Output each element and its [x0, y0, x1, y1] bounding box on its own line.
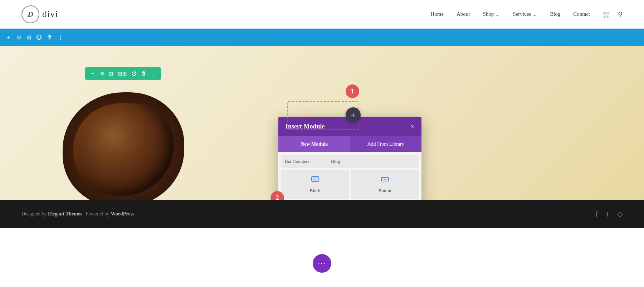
- settings-toolbar-btn[interactable]: ⚙: [16, 34, 21, 41]
- chevron-down-icon: ⌄: [495, 11, 500, 18]
- nav-contact[interactable]: Contact: [573, 11, 590, 17]
- step-badge-1: 1: [346, 84, 359, 98]
- elegant-themes-link[interactable]: Elegant Themes: [48, 211, 82, 217]
- nav-services[interactable]: Services ⌄: [513, 11, 537, 18]
- footer-social-icons: f t ◇: [596, 210, 623, 218]
- footer-prefix: Designed by: [21, 211, 48, 217]
- blurb-icon: [311, 176, 319, 185]
- dialog-close-button[interactable]: ×: [410, 122, 414, 131]
- cart-icon[interactable]: 🛒: [603, 10, 611, 18]
- site-footer: Designed by Elegant Themes | Powered by …: [0, 200, 644, 228]
- blog-label: Blog: [331, 159, 340, 164]
- row-layout-btn[interactable]: ⊞: [109, 70, 113, 77]
- button-label: Button: [379, 188, 391, 194]
- row-add-btn[interactable]: ＋: [90, 70, 96, 77]
- main-content-area: ＋ ⚙ ⊞ ⊞⊞ ⏻ 🗑 ⋮ 1 ＋ 2 ◀ Insert Module × N…: [0, 46, 644, 200]
- nav-icons: 🛒 ⚲: [603, 10, 623, 18]
- logo-text: divi: [42, 9, 58, 20]
- dialog-tabs: New Module Add From Library: [278, 136, 421, 152]
- tab-new-module[interactable]: New Module: [278, 136, 350, 152]
- logo-icon: D: [21, 5, 39, 23]
- delete-toolbar-btn[interactable]: 🗑: [47, 34, 53, 40]
- nav-about[interactable]: About: [457, 11, 470, 17]
- blurb-label: Blurb: [310, 188, 321, 194]
- facebook-icon[interactable]: f: [596, 210, 598, 218]
- dots-icon: ···: [318, 259, 326, 268]
- tab-add-from-library[interactable]: Add From Library: [350, 136, 421, 152]
- button-icon: [381, 176, 389, 185]
- layout-toolbar-btn[interactable]: ⊞: [26, 34, 31, 41]
- bottom-dots-button[interactable]: ···: [313, 254, 331, 273]
- instagram-icon[interactable]: ◇: [617, 210, 623, 218]
- add-module-button[interactable]: ＋: [346, 107, 361, 122]
- row-power-btn[interactable]: ⏻: [131, 70, 137, 77]
- page-toolbar: ＋ ⚙ ⊞ ⏻ 🗑 ⋮: [0, 29, 644, 46]
- twitter-icon[interactable]: t: [606, 210, 609, 218]
- more-toolbar-btn[interactable]: ⋮: [58, 34, 63, 41]
- bar-counters-label: Bar Counters: [285, 159, 309, 164]
- row-more-btn[interactable]: ⋮: [151, 70, 156, 77]
- module-row-bar-blog[interactable]: Bar Counters Blog: [281, 155, 419, 168]
- module-row-labels: Bar Counters Blog: [285, 159, 340, 164]
- main-nav: Home About Shop ⌄ Services ⌄ Blog Contac…: [430, 10, 623, 18]
- nav-home[interactable]: Home: [430, 11, 444, 17]
- add-toolbar-btn[interactable]: ＋: [6, 34, 11, 41]
- footer-text: Designed by Elegant Themes | Powered by …: [21, 211, 134, 217]
- module-button[interactable]: Button: [351, 170, 419, 199]
- power-toolbar-btn[interactable]: ⏻: [36, 34, 42, 40]
- row-columns-btn[interactable]: ⊞⊞: [118, 70, 127, 77]
- chevron-down-icon: ⌄: [532, 11, 537, 18]
- wordpress-link[interactable]: WordPress: [111, 211, 135, 217]
- site-header: D divi Home About Shop ⌄ Services ⌄ Blog…: [0, 0, 644, 29]
- row-delete-btn[interactable]: 🗑: [141, 70, 146, 77]
- footer-separator: | Powered by: [83, 211, 111, 217]
- dialog-body: Bar Counters Blog Blurb Button: [278, 152, 421, 200]
- nav-blog[interactable]: Blog: [550, 11, 560, 17]
- module-blurb[interactable]: Blurb: [281, 170, 349, 199]
- bread-image: [63, 92, 184, 200]
- row-settings-btn[interactable]: ⚙: [100, 70, 104, 77]
- search-icon[interactable]: ⚲: [618, 10, 623, 18]
- logo[interactable]: D divi: [21, 5, 58, 23]
- row-toolbar: ＋ ⚙ ⊞ ⊞⊞ ⏻ 🗑 ⋮: [85, 67, 161, 80]
- module-grid: Blurb Button Call To Action: [281, 170, 419, 200]
- bread-texture: [73, 103, 174, 196]
- svg-rect-0: [312, 176, 319, 181]
- nav-shop[interactable]: Shop ⌄: [483, 11, 500, 18]
